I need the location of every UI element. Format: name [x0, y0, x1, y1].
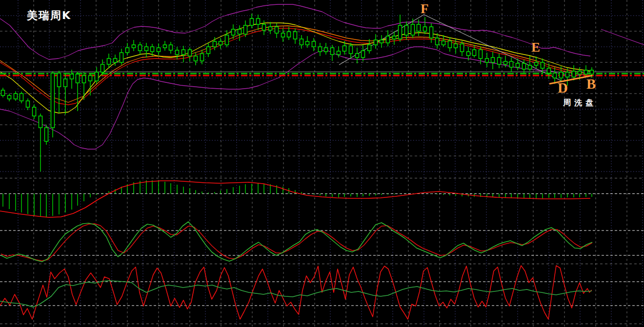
trading-chart-window: 美瑞周K F E D B 周洗盘 [0, 0, 644, 327]
chart-canvas[interactable] [0, 0, 644, 327]
